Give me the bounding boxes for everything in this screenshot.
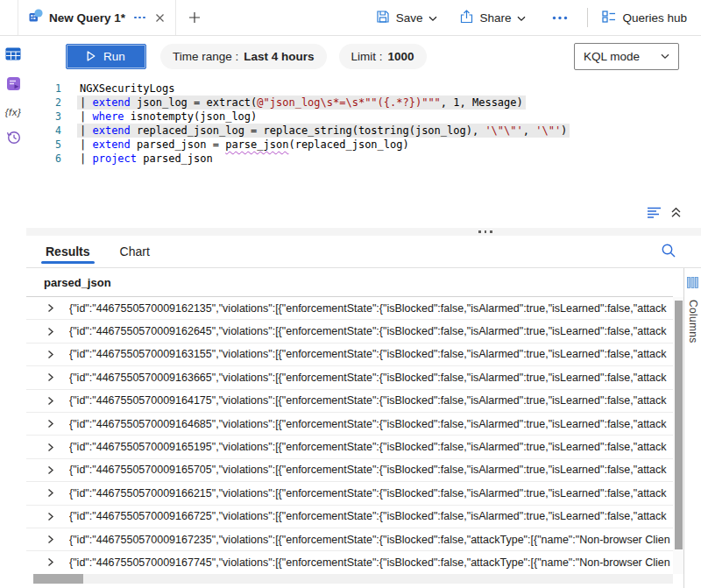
- column-header: parsed_json: [44, 276, 111, 289]
- save-chevron-icon: [428, 11, 437, 25]
- expand-chevron-icon[interactable]: [46, 488, 55, 498]
- tab-close-icon[interactable]: [155, 13, 165, 23]
- limit-pill[interactable]: Limit : 1000: [339, 44, 427, 69]
- adx-app-icon: [29, 9, 43, 26]
- columns-rail[interactable]: Columns: [683, 268, 701, 588]
- editor-line[interactable]: 2| extend json_log = extract(@"json_log\…: [26, 96, 701, 110]
- table-row[interactable]: {"id":"4467550570009165195","violations"…: [26, 436, 673, 458]
- row-json-text: {"id":"4467550570009167235","violations"…: [69, 534, 673, 546]
- code-text: | where isnotempty(json_log): [77, 110, 259, 124]
- queries-hub-button[interactable]: Queries hub: [602, 10, 687, 26]
- time-range-pill[interactable]: Time range : Last 4 hours: [160, 44, 327, 69]
- table-row[interactable]: {"id":"4467550570009162135","violations"…: [26, 297, 673, 320]
- results-panel: Results Chart parsed_json {"id":"4467550…: [26, 236, 701, 588]
- query-tab[interactable]: New Query 1*: [18, 0, 176, 35]
- share-chevron-icon: [517, 11, 526, 25]
- queries-hub-icon: [602, 10, 616, 26]
- kql-mode-select[interactable]: KQL mode: [574, 43, 679, 70]
- topbar-actions: Save Share: [353, 8, 701, 27]
- tab-results[interactable]: Results: [44, 236, 92, 267]
- query-history-icon[interactable]: [6, 130, 21, 148]
- topbar-divider: [587, 8, 588, 27]
- recall-results-icon[interactable]: [647, 206, 662, 222]
- editor-lines: 1NGXSecurityLogs2| extend json_log = ext…: [26, 81, 701, 166]
- row-json-text: {"id":"4467550570009162135","violations"…: [69, 302, 673, 315]
- row-json-text: {"id":"4467550570009163155","violations"…: [69, 348, 673, 360]
- functions-icon[interactable]: {fx}: [5, 107, 22, 117]
- row-json-text: {"id":"4467550570009162645","violations"…: [69, 325, 673, 337]
- table-row[interactable]: {"id":"4467550570009166725","violations"…: [26, 506, 673, 528]
- expand-chevron-icon[interactable]: [46, 327, 55, 337]
- results-rows: {"id":"4467550570009162135","violations"…: [26, 297, 673, 574]
- collapse-editor-icon[interactable]: [670, 207, 682, 221]
- expand-chevron-icon[interactable]: [46, 465, 55, 475]
- panel-splitter[interactable]: [26, 228, 701, 236]
- code-text: | project parsed_json: [77, 152, 216, 166]
- play-icon: [87, 51, 96, 61]
- expand-chevron-icon[interactable]: [46, 419, 55, 429]
- row-json-text: {"id":"4467550570009163665","violations"…: [69, 372, 673, 384]
- vertical-scrollbar-thumb[interactable]: [675, 301, 683, 549]
- table-row[interactable]: {"id":"4467550570009166215","violations"…: [26, 482, 673, 505]
- top-bar: New Query 1* Save: [0, 0, 701, 36]
- save-icon: [376, 10, 390, 26]
- save-button[interactable]: Save: [376, 10, 438, 26]
- table-row[interactable]: {"id":"4467550570009165705","violations"…: [26, 459, 673, 482]
- code-text: NGXSecurityLogs: [77, 81, 177, 96]
- editor-line[interactable]: 5| extend parsed_json = parse_json(repla…: [26, 138, 701, 152]
- line-number: 2: [26, 96, 61, 110]
- editor-line[interactable]: 4| extend replaced_json_log = replace_st…: [26, 124, 701, 138]
- kusto-query-app: New Query 1* Save: [0, 0, 701, 588]
- horizontal-scrollbar[interactable]: [33, 574, 673, 584]
- limit-value: 1000: [388, 50, 414, 63]
- left-rail: {fx}: [0, 36, 26, 588]
- results-tabs: Results Chart: [26, 236, 701, 268]
- editor-line[interactable]: 6| project parsed_json: [26, 152, 701, 166]
- saved-queries-icon[interactable]: [6, 76, 21, 95]
- run-button[interactable]: Run: [66, 44, 146, 69]
- row-json-text: {"id":"4467550570009165705","violations"…: [69, 464, 673, 476]
- splitter-handle-icon[interactable]: [478, 230, 492, 233]
- column-header-row[interactable]: parsed_json: [26, 268, 673, 297]
- table-row[interactable]: {"id":"4467550570009167235","violations"…: [26, 528, 673, 551]
- expand-chevron-icon[interactable]: [46, 443, 55, 452]
- table-row[interactable]: {"id":"4467550570009164175","violations"…: [26, 390, 673, 413]
- expand-chevron-icon[interactable]: [46, 372, 55, 382]
- tab-chart[interactable]: Chart: [118, 236, 152, 267]
- editor-line[interactable]: 3| where isnotempty(json_log): [26, 110, 701, 124]
- search-results-icon[interactable]: [661, 243, 676, 262]
- tab-more-icon[interactable]: [134, 17, 145, 19]
- tab-title: New Query 1*: [49, 11, 125, 25]
- results-grid: parsed_json {"id":"4467550570009162135",…: [26, 268, 701, 588]
- expand-chevron-icon[interactable]: [46, 303, 55, 313]
- line-number: 5: [26, 138, 61, 152]
- row-json-text: {"id":"4467550570009167745","violations"…: [69, 556, 673, 569]
- horizontal-scrollbar-thumb[interactable]: [33, 574, 83, 584]
- line-number: 1: [26, 81, 61, 96]
- row-json-text: {"id":"4467550570009166215","violations"…: [69, 487, 673, 499]
- row-json-text: {"id":"4467550570009164685","violations"…: [69, 418, 673, 430]
- query-editor[interactable]: 1NGXSecurityLogs2| extend json_log = ext…: [26, 76, 701, 228]
- expand-chevron-icon[interactable]: [46, 396, 55, 406]
- editor-actions: [647, 206, 682, 222]
- table-row[interactable]: {"id":"4467550570009164685","violations"…: [26, 413, 673, 436]
- columns-icon: [687, 276, 698, 292]
- editor-line[interactable]: 1NGXSecurityLogs: [26, 81, 701, 96]
- expand-chevron-icon[interactable]: [46, 535, 55, 544]
- expand-chevron-icon[interactable]: [46, 557, 55, 567]
- share-icon: [460, 10, 473, 26]
- vertical-scrollbar[interactable]: [673, 297, 683, 574]
- table-row[interactable]: {"id":"4467550570009163665","violations"…: [26, 366, 673, 389]
- connections-table-icon[interactable]: [5, 47, 21, 64]
- code-text: | extend json_log = extract(@"json_log\s…: [77, 96, 526, 110]
- share-button[interactable]: Share: [460, 10, 526, 26]
- expand-chevron-icon[interactable]: [46, 350, 55, 359]
- expand-chevron-icon[interactable]: [46, 512, 55, 521]
- table-row[interactable]: {"id":"4467550570009163155","violations"…: [26, 344, 673, 366]
- new-tab-button[interactable]: [188, 11, 201, 24]
- table-row[interactable]: {"id":"4467550570009167745","violations"…: [26, 551, 673, 574]
- main-panel: Run Time range : Last 4 hours Limit : 10…: [26, 36, 701, 588]
- code-text: | extend parsed_json = parse_json(replac…: [77, 138, 412, 152]
- table-row[interactable]: {"id":"4467550570009162645","violations"…: [26, 320, 673, 343]
- more-actions-icon[interactable]: [547, 16, 573, 20]
